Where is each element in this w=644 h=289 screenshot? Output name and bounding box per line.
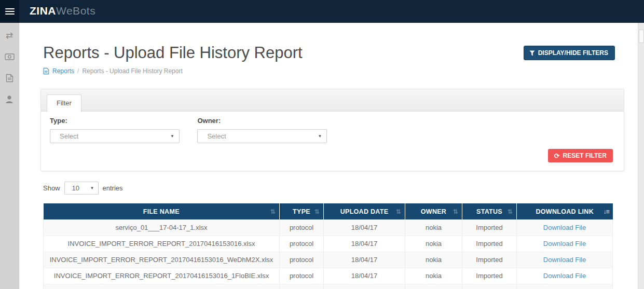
filter-panel-body: Type: Select ▼ Owner: Select ▼ ⟳ RESET F… <box>41 112 624 171</box>
column-header-type[interactable]: TYPE ⇅ <box>280 203 324 219</box>
sort-both-icon[interactable]: ⇅ <box>396 208 401 215</box>
table-row: INVOICE_IMPORT_ERROR_REPORT_201704161530… <box>44 284 613 289</box>
chevron-down-icon: ▼ <box>170 134 174 139</box>
table-row: serviço_01___17-04-17_1.xlsx protocol 18… <box>44 219 613 236</box>
page-size-select[interactable]: 10 ▼ <box>64 182 99 195</box>
reset-filter-label: RESET FILTER <box>563 152 607 159</box>
column-header-status[interactable]: STATUS ⇅ <box>462 203 517 219</box>
type-label: Type: <box>50 117 180 125</box>
sidebar-item-users[interactable] <box>0 89 19 110</box>
cell-type: protocol <box>280 252 324 268</box>
sort-amount-desc-icon[interactable]: ↓≡ <box>603 208 609 215</box>
scrollbar-thumb[interactable] <box>639 30 644 43</box>
sort-both-icon[interactable]: ⇅ <box>508 208 513 215</box>
cell-upload-date: 18/04/17 <box>324 284 405 289</box>
breadcrumb-current: Reports - Upload File History Report <box>82 67 182 75</box>
owner-select[interactable]: Select ▼ <box>197 129 327 143</box>
column-header-file-name[interactable]: FILE NAME ⇅ <box>44 203 280 219</box>
cell-status: Imported <box>462 236 517 252</box>
top-navigation-bar: ZINAWeBots <box>0 0 644 23</box>
transfer-arrows-icon: ⇄ <box>6 31 13 40</box>
owner-label: Owner: <box>197 117 327 125</box>
display-hide-filters-label: DISPLAY/HIDE FILTERS <box>538 49 608 57</box>
hamburger-icon <box>5 7 15 16</box>
sidebar-item-transfers[interactable]: ⇄ <box>0 25 19 46</box>
display-hide-filters-button[interactable]: DISPLAY/HIDE FILTERS <box>524 46 615 60</box>
cell-file-name: INVOICE_IMPORT_ERROR_REPORT_201704161530… <box>44 284 280 289</box>
sidebar-item-reports[interactable] <box>0 67 19 89</box>
download-file-link[interactable]: Download File <box>543 224 586 231</box>
table-row: INVOICE_IMPORT_ERROR_REPORT_201704161530… <box>44 268 613 284</box>
column-header-upload-date[interactable]: UPLOAD DATE ⇅ <box>324 203 405 219</box>
owner-select-value: Select <box>207 132 226 140</box>
table-length-control: Show 10 ▼ entries <box>43 182 618 195</box>
left-sidebar: ⇄ <box>0 23 19 289</box>
hamburger-menu-button[interactable] <box>0 0 19 23</box>
tab-filter[interactable]: Filter <box>47 94 81 112</box>
main-content: Reports - Upload File History Report DIS… <box>19 23 638 289</box>
type-select[interactable]: Select ▼ <box>50 129 180 143</box>
column-header-download-link[interactable]: DOWNLOAD LINK ↓≡ <box>517 203 613 219</box>
cell-file-name: serviço_01___17-04-17_1.xlsx <box>44 219 280 236</box>
cell-owner: nokia <box>405 268 462 284</box>
sort-both-icon[interactable]: ⇅ <box>270 208 276 215</box>
vertical-scrollbar[interactable] <box>638 23 644 289</box>
cell-upload-date: 18/04/17 <box>324 252 405 268</box>
sort-both-icon[interactable]: ⇅ <box>453 208 458 215</box>
cell-file-name: INVOICE_IMPORT_ERROR_REPORT_201704161530… <box>44 268 280 284</box>
money-icon <box>5 53 15 60</box>
chevron-down-icon: ▼ <box>90 186 94 190</box>
cell-status: Imported <box>462 252 517 268</box>
refresh-icon: ⟳ <box>554 153 560 159</box>
cell-upload-date: 18/04/17 <box>324 219 405 236</box>
cell-type: protocol <box>280 219 324 236</box>
cell-file-name: INVOICE_IMPORT_ERROR_REPORT_201704161530… <box>44 236 280 252</box>
chevron-down-icon: ▼ <box>318 134 322 139</box>
show-label: Show <box>43 184 60 192</box>
page-title: Reports - Upload File History Report <box>43 44 303 62</box>
filter-panel-tabs: Filter <box>41 89 624 112</box>
type-select-value: Select <box>60 132 78 140</box>
filter-funnel-icon <box>529 50 535 56</box>
cell-upload-date: 18/04/17 <box>324 268 405 284</box>
brand-light-text: WeBots <box>56 5 95 17</box>
owner-field: Owner: Select ▼ <box>197 117 327 143</box>
table-header-row: FILE NAME ⇅ TYPE ⇅ UPLOAD DATE ⇅ OWNER ⇅… <box>44 203 613 219</box>
cell-owner: nokia <box>405 252 462 268</box>
cell-owner: nokia <box>405 219 462 236</box>
breadcrumb-link-reports[interactable]: Reports <box>52 67 74 75</box>
cell-status: Imported <box>462 219 517 236</box>
cell-owner: nokia <box>405 284 462 289</box>
download-file-link[interactable]: Download File <box>543 272 586 280</box>
table-row: INVOICE_IMPORT_ERROR_REPORT_201704161530… <box>44 236 613 252</box>
entries-label: entries <box>103 184 123 192</box>
breadcrumb-separator: / <box>77 67 79 75</box>
cell-status: Imported <box>462 268 517 284</box>
user-icon <box>6 95 13 103</box>
table-row: INVOICE_IMPORT_ERROR_REPORT_201704161530… <box>44 252 613 268</box>
cell-type: protocol <box>280 236 324 252</box>
reset-filter-button[interactable]: ⟳ RESET FILTER <box>548 149 613 162</box>
column-header-owner[interactable]: OWNER ⇅ <box>405 203 462 219</box>
cell-type: protocol <box>280 268 324 284</box>
cell-status: Imported <box>462 284 517 289</box>
sidebar-item-billing[interactable] <box>0 46 19 67</box>
cell-upload-date: 18/04/17 <box>324 236 405 252</box>
cell-type: protocol <box>280 284 324 289</box>
brand-bold-text: ZINA <box>30 5 56 17</box>
page-size-value: 10 <box>72 184 79 192</box>
upload-history-table: FILE NAME ⇅ TYPE ⇅ UPLOAD DATE ⇅ OWNER ⇅… <box>43 203 613 289</box>
download-file-link[interactable]: Download File <box>543 240 586 247</box>
app-logo[interactable]: ZINAWeBots <box>30 5 95 17</box>
filter-panel: Filter Type: Select ▼ Owner: Select ▼ ⟳ … <box>40 89 624 171</box>
cell-owner: nokia <box>405 236 462 252</box>
sort-both-icon[interactable]: ⇅ <box>314 208 320 215</box>
document-icon <box>6 74 13 82</box>
download-file-link[interactable]: Download File <box>543 256 586 264</box>
type-field: Type: Select ▼ <box>50 117 180 143</box>
breadcrumb: Reports / Reports - Upload File History … <box>43 67 618 75</box>
file-icon <box>43 67 49 75</box>
cell-file-name: INVOICE_IMPORT_ERROR_REPORT_201704161530… <box>44 252 280 268</box>
